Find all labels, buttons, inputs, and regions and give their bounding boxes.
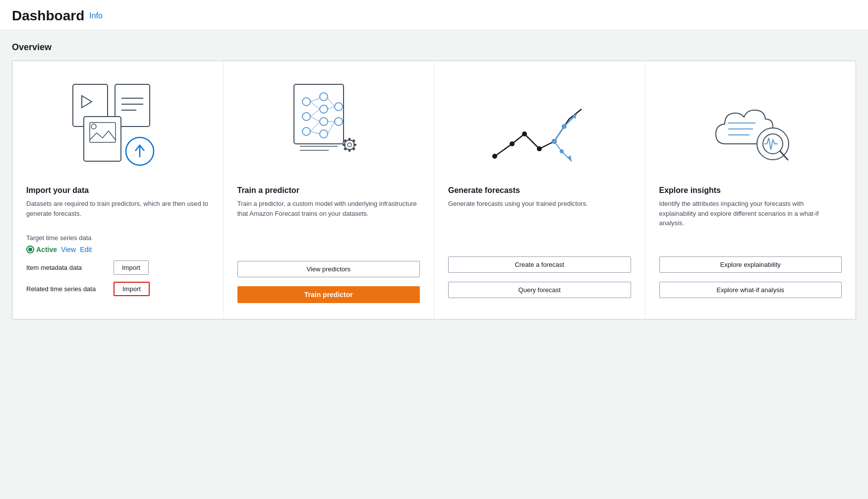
create-forecast-button[interactable]: Create a forecast	[448, 256, 631, 273]
import-data-title: Import your data	[26, 186, 209, 195]
explore-explainability-button[interactable]: Explore explainability	[659, 256, 842, 273]
train-predictor-illustration	[279, 79, 378, 174]
cards-container: Import your data Datasets are required t…	[12, 61, 856, 319]
explore-whatif-button[interactable]: Explore what-if analysis	[659, 282, 842, 298]
svg-marker-52	[567, 155, 572, 161]
svg-point-33	[345, 140, 354, 150]
active-label: Active	[36, 246, 57, 253]
svg-rect-11	[294, 84, 344, 144]
svg-rect-35	[348, 138, 350, 141]
related-time-series-row: Related time series data Import	[26, 282, 209, 296]
target-time-series-label: Target time series data	[26, 234, 209, 242]
page-wrapper: Dashboard Info Overview	[0, 0, 868, 331]
svg-point-34	[347, 143, 351, 147]
generate-forecasts-card: Generate forecasts Generate forecasts us…	[434, 61, 645, 319]
explore-insights-description: Identify the attributes impacting your f…	[659, 199, 842, 241]
import-data-card: Import your data Datasets are required t…	[12, 61, 224, 319]
train-predictor-title: Train a predictor	[237, 186, 420, 195]
related-import-button[interactable]: Import	[114, 282, 150, 296]
active-status: Active	[26, 246, 57, 253]
view-link[interactable]: View	[61, 246, 76, 253]
import-data-description: Datasets are required to train predictor…	[26, 199, 209, 218]
main-content: Overview	[0, 30, 868, 331]
svg-point-49	[562, 124, 567, 129]
page-title: Dashboard Info	[12, 8, 856, 24]
svg-rect-38	[353, 144, 356, 146]
explore-insights-title: Explore insights	[659, 186, 842, 195]
train-predictor-description: Train a predictor, a custom model with u…	[237, 199, 420, 245]
svg-point-45	[522, 131, 527, 136]
svg-point-51	[560, 149, 564, 153]
train-predictor-buttons: View predictors Train predictor	[237, 261, 420, 303]
explore-insights-card: Explore insights Identify the attributes…	[645, 61, 856, 319]
explore-insights-illustration	[696, 79, 805, 174]
generate-forecasts-title: Generate forecasts	[448, 186, 631, 195]
generate-forecasts-buttons: Create a forecast Query forecast	[448, 256, 631, 303]
svg-rect-37	[343, 144, 346, 146]
info-link[interactable]: Info	[89, 11, 103, 20]
svg-rect-36	[348, 149, 350, 152]
title-text: Dashboard	[12, 8, 84, 24]
active-status-row: Active View Edit	[26, 246, 209, 253]
item-metadata-row: Item metadata data Import	[26, 260, 209, 275]
item-metadata-import-button[interactable]: Import	[114, 260, 149, 275]
svg-point-44	[510, 141, 515, 146]
overview-heading: Overview	[12, 42, 856, 53]
explore-insights-buttons: Explore explainability Explore what-if a…	[659, 256, 842, 303]
generate-forecasts-description: Generate forecasts using your trained pr…	[448, 199, 631, 241]
active-status-icon	[26, 246, 34, 253]
edit-link[interactable]: Edit	[80, 246, 92, 253]
train-predictor-button[interactable]: Train predictor	[237, 286, 420, 303]
item-metadata-label: Item metadata data	[26, 264, 106, 271]
import-data-illustration	[63, 79, 172, 174]
active-status-dot	[28, 248, 32, 251]
explore-insights-icon-area	[659, 77, 842, 176]
import-data-icon-area	[26, 77, 209, 176]
svg-point-46	[537, 146, 542, 151]
view-predictors-button[interactable]: View predictors	[237, 261, 420, 277]
page-header: Dashboard Info	[0, 0, 868, 30]
train-predictor-card: Train a predictor Train a predictor, a c…	[224, 61, 435, 319]
generate-forecasts-illustration	[485, 79, 594, 174]
svg-point-43	[492, 154, 497, 159]
related-time-series-label: Related time series data	[26, 285, 106, 293]
train-predictor-icon-area	[237, 77, 420, 176]
query-forecast-button[interactable]: Query forecast	[448, 282, 631, 298]
generate-forecasts-icon-area	[448, 77, 631, 176]
